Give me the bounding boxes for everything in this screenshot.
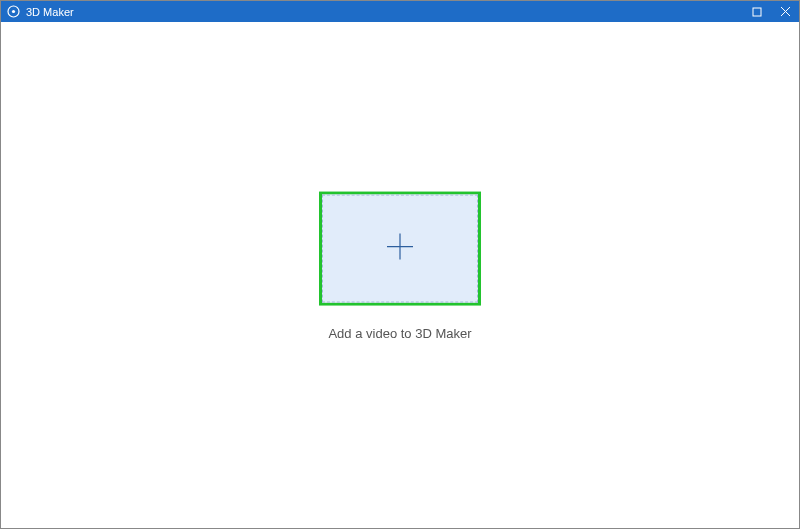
highlight-box (319, 192, 481, 306)
drop-label: Add a video to 3D Maker (328, 326, 471, 341)
drop-area-container: Add a video to 3D Maker (319, 192, 481, 341)
add-video-dropzone[interactable] (322, 195, 478, 303)
plus-icon (385, 232, 415, 266)
svg-point-1 (12, 10, 15, 13)
content-area: Add a video to 3D Maker (1, 22, 799, 528)
app-icon (7, 5, 20, 18)
window-title: 3D Maker (26, 6, 74, 18)
svg-rect-2 (753, 8, 761, 16)
window-controls (743, 1, 799, 22)
close-button[interactable] (771, 1, 799, 22)
app-window: 3D Maker (0, 0, 800, 529)
maximize-button[interactable] (743, 1, 771, 22)
titlebar: 3D Maker (1, 1, 799, 22)
